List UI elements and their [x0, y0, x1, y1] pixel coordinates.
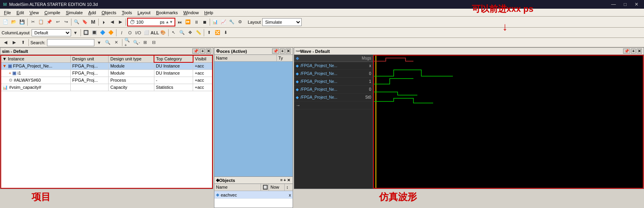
pan-btn[interactable]: ✥: [186, 29, 194, 37]
wave-btn4[interactable]: ⚙: [236, 18, 244, 26]
title-bar: M ModelSim ALTERA STARTER EDITION 10.3d …: [0, 0, 644, 9]
sim-time-spinner[interactable]: ▲▼: [165, 20, 173, 24]
window-controls: — □ ✕: [609, 2, 641, 7]
table-row[interactable]: 📊 #vsim_capacity# Capacity Statistics +a…: [1, 84, 213, 91]
view-io[interactable]: I/O: [134, 29, 142, 37]
menu-objects[interactable]: Objects: [99, 9, 118, 16]
nav-up-btn[interactable]: ⬆: [19, 39, 27, 47]
cut-btn[interactable]: ✂: [29, 18, 37, 26]
select-btn[interactable]: ↖: [170, 29, 178, 37]
measure-btn[interactable]: 📏: [195, 29, 203, 37]
obj-controls[interactable]: = + ✕: [280, 178, 291, 182]
wave-signal-row[interactable]: ◆ /FPGA_Project_Ne... x: [294, 62, 373, 70]
nav-back-btn[interactable]: ◀: [2, 39, 9, 47]
menu-layout[interactable]: Layout: [135, 9, 153, 16]
sim-fwd-btn[interactable]: ▶: [116, 18, 124, 26]
step-btn3[interactable]: ⬇: [222, 29, 230, 37]
proc-close[interactable]: ✕: [285, 49, 291, 54]
menu-add[interactable]: Add: [86, 9, 99, 16]
close-button[interactable]: ✕: [632, 2, 641, 7]
table-row[interactable]: ⚙ #ALWAYS#60 FPGA_Proj... Process - +acc: [1, 77, 213, 84]
redo-btn[interactable]: ↪: [62, 18, 70, 26]
wave-signal-row[interactable]: ◆ /FPGA_Project_Ne... St0: [294, 94, 373, 101]
compile-btn[interactable]: M: [89, 18, 97, 26]
obj-row[interactable]: ◆ eachvec x: [214, 191, 293, 199]
menu-help[interactable]: Help: [202, 9, 216, 16]
menu-tools[interactable]: Tools: [119, 9, 134, 16]
zoom-fit-btn[interactable]: ⊞: [141, 39, 149, 47]
step-btn1[interactable]: ⬆: [205, 29, 213, 37]
run-step-btn[interactable]: ⏭: [176, 18, 184, 26]
menu-view[interactable]: View: [27, 9, 41, 16]
wave-close[interactable]: ✕: [636, 49, 642, 54]
menu-edit[interactable]: Edit: [14, 9, 26, 16]
nav-fwd-btn[interactable]: ▶: [10, 39, 18, 47]
zoom-full-btn[interactable]: ⊟: [150, 39, 158, 47]
sim-table-container[interactable]: ▼ Instance Design unit Design unit type …: [0, 55, 213, 189]
table-row[interactable]: + ▣ i1 FPGA_Proj... Module DU Instance +…: [1, 69, 213, 77]
menu-bar: File Edit View Compile Simulate Add Obje…: [0, 9, 644, 17]
proc-float[interactable]: +: [280, 49, 285, 54]
waveform-area: [373, 55, 644, 189]
layout-select[interactable]: Simulate: [262, 18, 302, 26]
bookmark-btn[interactable]: 🔖: [81, 18, 89, 26]
view-all[interactable]: ALL: [151, 29, 159, 37]
view-paint[interactable]: 🎨: [159, 29, 167, 37]
undo-btn[interactable]: ↩: [54, 18, 62, 26]
view-int[interactable]: ⬜: [143, 29, 150, 37]
search-clear[interactable]: ✕: [113, 39, 120, 47]
zoom-btn[interactable]: 🔍: [178, 29, 186, 37]
save-btn[interactable]: 💾: [18, 18, 26, 26]
menu-simulate[interactable]: Simulate: [64, 9, 85, 16]
wave-signal-row[interactable]: ◆ /FPGA_Project_Ne... 0: [294, 86, 373, 94]
sim-panel-close[interactable]: ✕: [206, 49, 211, 54]
sim-start-btn[interactable]: ⏵: [100, 18, 108, 26]
wave-btn1[interactable]: 📊: [211, 18, 219, 26]
search-dropdown[interactable]: ▼: [95, 39, 103, 47]
break-btn[interactable]: ⏸: [192, 18, 200, 26]
sep2: [71, 19, 71, 26]
view-btn2[interactable]: 🔳: [90, 29, 98, 37]
find-btn[interactable]: 🔍: [73, 18, 81, 26]
table-row[interactable]: ▼ ▣ FPGA_Project_Ne... FPGA_Proj... Modu…: [1, 62, 213, 69]
new-btn[interactable]: 📄: [2, 18, 9, 26]
open-btn[interactable]: 📂: [10, 18, 18, 26]
run-all-btn[interactable]: ⏩: [184, 18, 192, 26]
maximize-button[interactable]: □: [621, 2, 629, 7]
view-i[interactable]: I: [118, 29, 126, 37]
zoom-out-btn[interactable]: 🔍-: [133, 39, 141, 47]
col-dropdown-btn[interactable]: ▼: [71, 29, 79, 37]
sim-back-btn[interactable]: ◀: [108, 18, 116, 26]
minimize-button[interactable]: —: [609, 2, 618, 7]
column-layout-select[interactable]: Default: [32, 29, 71, 36]
menu-bookmarks[interactable]: Bookmarks: [154, 9, 180, 16]
waveform-svg: [374, 56, 643, 188]
wave-signal-row[interactable]: ◆ /FPGA_Project_Ne... 1: [294, 78, 373, 86]
sim-panel-float[interactable]: +: [200, 49, 205, 54]
step-btn2[interactable]: 🔀: [214, 29, 222, 37]
view-o[interactable]: O: [126, 29, 134, 37]
stop-btn[interactable]: ⏹: [201, 18, 208, 26]
zoom-in-btn[interactable]: 🔍+: [124, 39, 132, 47]
menu-window[interactable]: Window: [181, 9, 201, 16]
search-input[interactable]: [47, 39, 94, 46]
wave-pin[interactable]: 📌: [623, 49, 630, 54]
wave-btn2[interactable]: 📈: [220, 18, 227, 26]
view-btn4[interactable]: 🔶: [107, 29, 115, 37]
paste-btn[interactable]: 📌: [45, 18, 53, 26]
view-btn1[interactable]: 🔲: [82, 29, 90, 37]
menu-file[interactable]: File: [2, 9, 13, 16]
wave-signal-row[interactable]: ◆ /FPGA_Project_Ne... 0: [294, 70, 373, 78]
proc-pin[interactable]: 📌: [272, 49, 279, 54]
cell-design-unit-type: Process: [109, 77, 154, 84]
view-btn3[interactable]: 🔷: [99, 29, 107, 37]
obj-val: x: [289, 193, 291, 197]
sim-panel-pin[interactable]: 📌: [192, 49, 199, 54]
wave-float[interactable]: +: [631, 49, 636, 54]
wave-btn3[interactable]: 🔧: [228, 18, 236, 26]
search-go[interactable]: 🔍: [104, 39, 112, 47]
menu-compile[interactable]: Compile: [42, 9, 62, 16]
sim-time-input[interactable]: [136, 20, 160, 24]
copy-btn[interactable]: 📋: [37, 18, 45, 26]
obj-name: eachvec: [221, 193, 237, 197]
